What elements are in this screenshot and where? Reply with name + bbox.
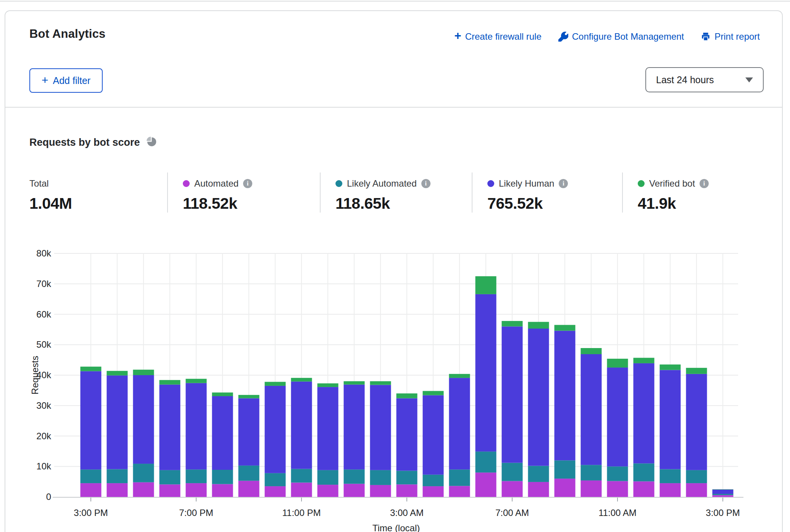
bar-segment-likely-human: [713, 490, 734, 494]
bar-segment-verified-bot: [476, 276, 497, 294]
bar-segment-verified-bot: [370, 381, 391, 385]
bar-segment-likely-automated: [555, 460, 576, 479]
stat-likely-human: Likely Humani765.52k: [472, 172, 622, 213]
bar-segment-automated: [212, 484, 233, 497]
automated-legend-dot: [183, 180, 190, 187]
bar-segment-automated: [370, 485, 391, 497]
stat-value: 765.52k: [487, 195, 622, 213]
bar-segment-verified-bot: [265, 382, 286, 386]
bar-segment-likely-automated: [81, 469, 102, 483]
bar-segment-verified-bot: [528, 322, 549, 329]
x-tick-label: 3:00 AM: [390, 508, 424, 518]
bar-segment-automated: [81, 483, 102, 497]
info-icon[interactable]: i: [421, 179, 430, 188]
bar-segment-automated: [528, 482, 549, 497]
stat-label-row: Likely Humani: [487, 178, 622, 189]
stat-automated: Automatedi118.52k: [167, 172, 320, 213]
bar-segment-likely-automated: [397, 471, 418, 484]
bar-segment-automated: [660, 483, 681, 497]
stat-label-row: Verified boti: [638, 178, 767, 189]
bar-segment-likely-automated: [713, 494, 734, 495]
wrench-icon: [558, 32, 568, 42]
create-firewall-rule-label: Create firewall rule: [465, 31, 542, 42]
bar-segment-automated: [634, 481, 655, 497]
stat-label-row: Automatedi: [183, 178, 320, 189]
x-tick-label: 3:00 PM: [74, 508, 108, 518]
bar-segment-verified-bot: [186, 379, 207, 383]
bar-segment-likely-automated: [660, 469, 681, 483]
bar-segment-likely-human: [686, 374, 707, 470]
printer-icon: [701, 32, 711, 42]
stat-label: Verified bot: [649, 178, 695, 189]
bar-segment-verified-bot: [107, 371, 128, 376]
bar-segment-verified-bot: [239, 395, 260, 398]
y-tick-label: 30k: [36, 400, 52, 411]
section-title: Requests by bot score: [29, 137, 140, 148]
bar-segment-likely-human: [502, 326, 523, 463]
bar-segment-automated: [502, 481, 523, 497]
bar-segment-likely-automated: [476, 451, 497, 472]
bar-segment-verified-bot: [634, 358, 655, 363]
bar-segment-likely-human: [660, 370, 681, 469]
info-icon[interactable]: i: [243, 179, 252, 188]
bar-segment-automated: [291, 483, 312, 497]
bar-segment-likely-automated: [607, 466, 628, 481]
bar-segment-likely-automated: [528, 466, 549, 482]
stat-value: 118.52k: [183, 195, 320, 213]
bar-segment-automated: [607, 481, 628, 497]
y-axis-title: Requests: [30, 356, 40, 394]
section-header: Requests by bot score: [29, 136, 157, 148]
x-axis-title: Time (local): [372, 523, 420, 532]
bar-segment-automated: [160, 484, 181, 497]
bar-segment-likely-automated: [212, 470, 233, 484]
bar-segment-likely-human: [265, 386, 286, 473]
info-icon[interactable]: i: [700, 179, 709, 188]
bar-segment-likely-automated: [634, 463, 655, 481]
add-filter-button[interactable]: + Add filter: [29, 68, 103, 93]
x-tick-label: 11:00 PM: [282, 508, 321, 518]
page-title: Bot Analytics: [29, 27, 106, 41]
bar-segment-verified-bot: [344, 381, 365, 385]
y-tick-label: 80k: [36, 248, 52, 258]
bar-segment-automated: [555, 479, 576, 497]
bar-segment-verified-bot: [212, 392, 233, 396]
bar-segment-likely-automated: [186, 469, 207, 483]
plus-icon: +: [455, 31, 461, 40]
stat-value: 1.04M: [29, 195, 167, 213]
bar-segment-automated: [186, 483, 207, 497]
bar-segment-likely-automated: [581, 465, 602, 480]
configure-bot-management-link[interactable]: Configure Bot Management: [558, 31, 684, 42]
info-icon[interactable]: i: [559, 179, 568, 188]
bar-segment-likely-automated: [133, 464, 154, 482]
bar-segment-likely-automated: [239, 466, 260, 481]
stat-label-row: Likely Automatedi: [335, 178, 472, 189]
bar-segment-likely-human: [133, 375, 154, 464]
print-report-link[interactable]: Print report: [701, 31, 760, 42]
x-tick-label: 7:00 PM: [179, 508, 213, 518]
bar-segment-verified-bot: [291, 378, 312, 382]
bar-segment-automated: [713, 495, 734, 497]
bar-segment-likely-human: [607, 368, 628, 466]
bar-segment-likely-automated: [449, 469, 470, 486]
bar-segment-verified-bot: [449, 374, 470, 378]
pie-chart-icon: [146, 136, 157, 148]
create-firewall-rule-link[interactable]: + Create firewall rule: [455, 31, 542, 42]
stat-value: 118.65k: [335, 195, 472, 213]
bar-segment-likely-human: [160, 385, 181, 470]
stat-value: 41.9k: [638, 195, 767, 213]
bar-segment-automated: [686, 483, 707, 497]
bar-segment-automated: [239, 481, 260, 497]
bar-segment-likely-human: [344, 385, 365, 470]
time-range-select[interactable]: Last 24 hours: [645, 67, 764, 92]
page-top-border: [0, 1, 790, 2]
stat-likely-automated: Likely Automatedi118.65k: [320, 172, 472, 213]
bar-segment-likely-human: [397, 398, 418, 471]
bar-segment-automated: [449, 486, 470, 497]
chevron-down-icon: [745, 77, 753, 82]
bar-segment-likely-human: [555, 331, 576, 461]
bar-segment-likely-human: [107, 376, 128, 469]
x-tick-label: 11:00 AM: [598, 508, 637, 518]
bar-segment-verified-bot: [502, 321, 523, 326]
bar-segment-automated: [423, 486, 444, 497]
bar-segment-likely-human: [212, 396, 233, 470]
